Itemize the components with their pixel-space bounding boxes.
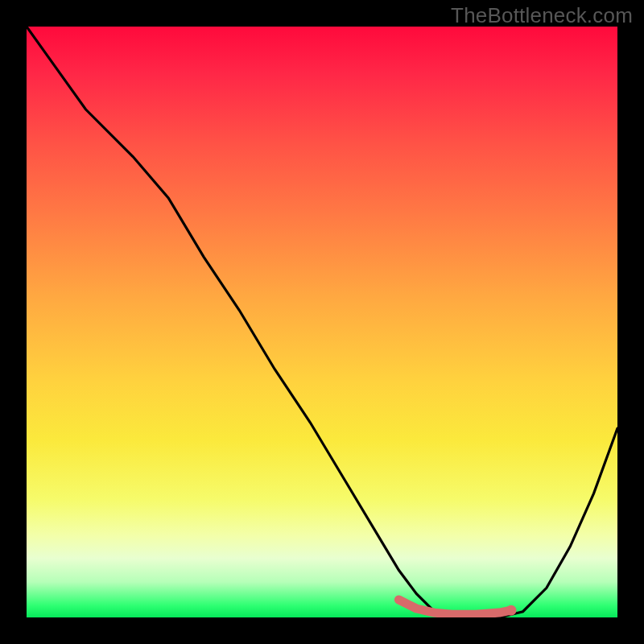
bottleneck-curve-path — [27, 27, 617, 617]
chart-svg — [27, 27, 617, 617]
watermark-text: TheBottleneck.com — [451, 3, 633, 28]
plot-area — [27, 27, 617, 617]
highlight-end-dot — [506, 605, 516, 616]
chart-frame: TheBottleneck.com — [0, 0, 644, 644]
highlight-flat-path — [398, 600, 511, 614]
